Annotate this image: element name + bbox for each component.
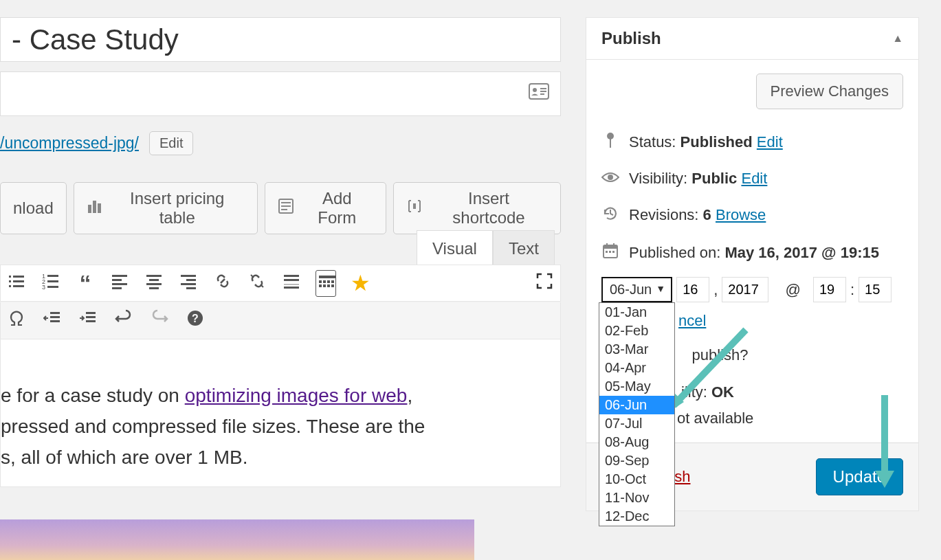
svg-rect-44 — [327, 280, 330, 283]
svg-rect-63 — [606, 243, 608, 247]
cancel-link-fragment[interactable]: ncel — [678, 308, 706, 330]
svg-point-1 — [533, 88, 537, 92]
address-card-icon — [529, 83, 549, 104]
publish-title: Publish — [601, 29, 661, 48]
svg-rect-20 — [47, 275, 58, 277]
read-more-icon[interactable] — [281, 272, 302, 295]
svg-rect-45 — [331, 280, 334, 283]
special-char-icon[interactable] — [6, 310, 27, 331]
month-option[interactable]: 01-Jan — [599, 303, 674, 322]
browse-revisions-link[interactable]: Browse — [716, 206, 766, 223]
svg-rect-11 — [281, 209, 287, 210]
svg-rect-47 — [323, 284, 326, 287]
revisions-icon — [601, 204, 619, 226]
svg-rect-35 — [181, 283, 196, 285]
edit-status-link[interactable]: Edit — [757, 133, 783, 150]
collapse-icon[interactable]: ▲ — [892, 32, 903, 45]
svg-rect-34 — [186, 279, 196, 281]
status-row: Status: Published Edit — [601, 123, 903, 161]
update-button[interactable]: Update — [816, 458, 903, 495]
month-option[interactable]: 11-Nov — [599, 489, 674, 507]
month-option[interactable]: 05-May — [599, 377, 674, 396]
hour-input[interactable] — [813, 277, 846, 302]
svg-rect-25 — [112, 275, 127, 277]
svg-rect-41 — [319, 276, 335, 278]
redo-icon[interactable] — [149, 309, 170, 332]
svg-rect-46 — [319, 284, 322, 287]
minute-input[interactable] — [859, 277, 892, 302]
svg-rect-29 — [146, 275, 162, 277]
month-option-selected[interactable]: 06-Jun — [599, 396, 674, 414]
star-icon[interactable]: ★ — [350, 270, 370, 296]
upload-button[interactable]: nload — [0, 182, 67, 234]
tab-visual[interactable]: Visual — [417, 230, 493, 267]
outdent-icon[interactable] — [42, 309, 63, 332]
quote-icon[interactable]: “ — [75, 270, 96, 297]
permalink-link[interactable]: /uncompressed-jpg/ — [0, 134, 139, 153]
month-option[interactable]: 10-Oct — [599, 470, 674, 489]
undo-icon[interactable] — [113, 309, 134, 332]
link-icon[interactable] — [212, 272, 233, 295]
align-center-icon[interactable] — [144, 272, 164, 295]
svg-rect-67 — [612, 251, 615, 253]
year-input[interactable] — [722, 277, 768, 302]
svg-rect-52 — [50, 320, 60, 322]
fullscreen-icon[interactable] — [534, 272, 555, 295]
edit-permalink-button[interactable]: Edit — [149, 131, 193, 155]
insert-pricing-table-button[interactable]: Insert pricing table — [74, 182, 258, 234]
svg-rect-18 — [13, 285, 24, 287]
svg-rect-5 — [88, 205, 91, 213]
form-icon — [278, 198, 294, 219]
month-option[interactable]: 03-Mar — [599, 340, 674, 359]
svg-rect-6 — [93, 201, 96, 213]
post-title-input[interactable]: - Case Study — [0, 17, 561, 62]
svg-rect-38 — [284, 279, 299, 281]
svg-rect-9 — [281, 202, 291, 203]
month-option[interactable]: 09-Sep — [599, 451, 674, 470]
tab-text[interactable]: Text — [493, 230, 555, 267]
svg-rect-15 — [9, 280, 11, 282]
add-form-button[interactable]: Add Form — [265, 182, 386, 234]
toolbar-toggle-icon[interactable] — [315, 270, 336, 297]
align-right-icon[interactable] — [178, 272, 199, 295]
svg-rect-62 — [604, 245, 617, 249]
day-input[interactable] — [676, 277, 709, 302]
svg-rect-48 — [327, 284, 330, 287]
svg-rect-12 — [413, 203, 416, 209]
indent-icon[interactable] — [78, 309, 98, 332]
list-icon[interactable] — [6, 272, 27, 295]
preview-changes-button[interactable]: Preview Changes — [756, 74, 903, 109]
publish-header[interactable]: Publish ▲ — [586, 18, 918, 60]
month-option[interactable]: 02-Feb — [599, 322, 674, 340]
svg-rect-54 — [86, 316, 96, 318]
pin-icon — [601, 131, 619, 153]
month-dropdown[interactable]: 01-Jan 02-Feb 03-Mar 04-Apr 05-May 06-Ju… — [599, 302, 675, 526]
svg-rect-42 — [319, 280, 322, 283]
content-link[interactable]: optimizing images for web — [185, 385, 408, 406]
svg-rect-59 — [610, 138, 611, 148]
svg-rect-3 — [540, 91, 546, 92]
svg-rect-30 — [149, 279, 159, 281]
month-option[interactable]: 04-Apr — [599, 359, 674, 377]
align-left-icon[interactable] — [109, 272, 130, 295]
svg-rect-2 — [540, 88, 546, 89]
numbered-list-icon[interactable]: 123 — [41, 272, 61, 295]
secondary-title-row — [0, 71, 561, 116]
permalink-row: /uncompressed-jpg/ Edit — [0, 131, 561, 155]
help-icon[interactable]: ? — [185, 309, 206, 332]
month-option[interactable]: 07-Jul — [599, 414, 674, 433]
editor-toolbar-row2: ? — [0, 302, 561, 339]
month-select[interactable]: 06-Jun — [601, 277, 672, 302]
insert-shortcode-button[interactable]: Insert shortcode — [393, 182, 561, 234]
svg-rect-49 — [331, 284, 334, 287]
unlink-icon[interactable] — [247, 272, 267, 295]
visibility-row: Visibility: Public Edit — [601, 161, 903, 196]
month-option[interactable]: 12-Dec — [599, 507, 674, 526]
svg-rect-24 — [47, 286, 58, 288]
svg-point-60 — [608, 175, 613, 180]
editor-content[interactable]: e for a case study on optimizing images … — [0, 339, 561, 487]
month-option[interactable]: 08-Aug — [599, 433, 674, 451]
svg-rect-51 — [50, 316, 60, 318]
edit-visibility-link[interactable]: Edit — [741, 170, 767, 187]
svg-text:?: ? — [192, 313, 199, 324]
